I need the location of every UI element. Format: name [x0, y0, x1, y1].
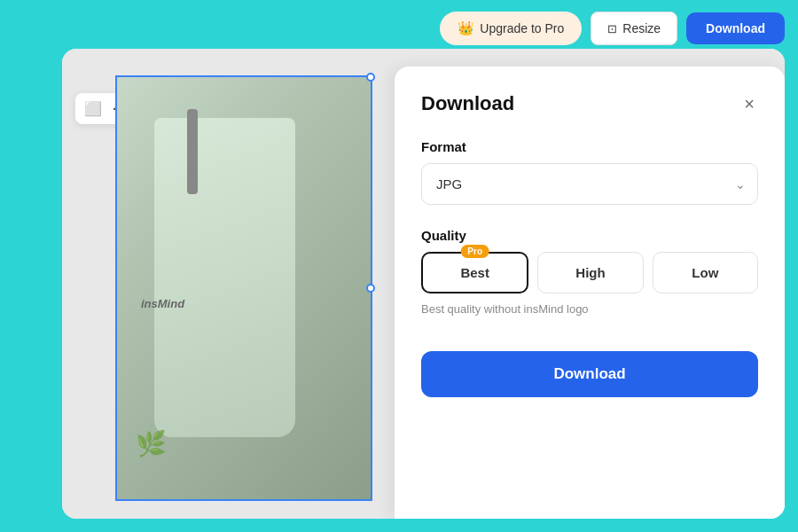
quality-options: Pro Best High Low — [421, 252, 758, 293]
quality-best-button[interactable]: Pro Best — [421, 252, 528, 293]
brand-text: insMind — [141, 297, 184, 310]
format-select-wrapper: JPG PNG WEBP ⌄ — [421, 163, 758, 205]
app-container: ⬜ ··· insMind 🌿 Download × — [62, 49, 785, 519]
quality-best-label: Best — [460, 265, 489, 280]
format-label: Format — [421, 139, 758, 154]
quality-high-label: High — [575, 265, 605, 280]
plant-decoration: 🌿 — [136, 429, 167, 458]
quality-section: Quality Pro Best High Low Best quality w… — [421, 228, 758, 316]
download-button[interactable]: Download — [421, 351, 758, 397]
format-select[interactable]: JPG PNG WEBP — [421, 163, 758, 205]
pro-badge: Pro — [460, 245, 489, 258]
quality-description: Best quality without insMind logo — [421, 302, 758, 316]
resize-label: Resize — [622, 21, 661, 35]
panel-header: Download × — [421, 91, 758, 116]
crown-icon: 👑 — [458, 20, 474, 36]
header-download-button[interactable]: Download — [686, 12, 785, 44]
download-panel: Download × Format JPG PNG WEBP ⌄ Quality — [395, 66, 785, 519]
upgrade-to-pro-button[interactable]: 👑 Upgrade to Pro — [440, 12, 582, 45]
panel-title: Download — [421, 92, 514, 115]
header-download-label: Download — [706, 21, 765, 35]
resize-icon: ⊡ — [607, 22, 617, 35]
format-section: Format JPG PNG WEBP ⌄ — [421, 139, 758, 205]
download-btn-label: Download — [553, 365, 625, 382]
image-preview: insMind 🌿 — [115, 75, 372, 501]
resize-button[interactable]: ⊡ Resize — [591, 12, 677, 45]
upgrade-label: Upgrade to Pro — [480, 21, 564, 35]
bottle-pump — [187, 109, 198, 194]
close-button[interactable]: × — [740, 91, 758, 116]
quality-label: Quality — [421, 228, 758, 243]
quality-low-label: Low — [692, 265, 718, 280]
quality-low-button[interactable]: Low — [653, 252, 758, 293]
quality-high-button[interactable]: High — [537, 252, 643, 293]
bottle-image: insMind 🌿 — [115, 75, 372, 501]
close-icon: × — [744, 94, 755, 113]
crop-icon[interactable]: ⬜ — [84, 100, 102, 117]
